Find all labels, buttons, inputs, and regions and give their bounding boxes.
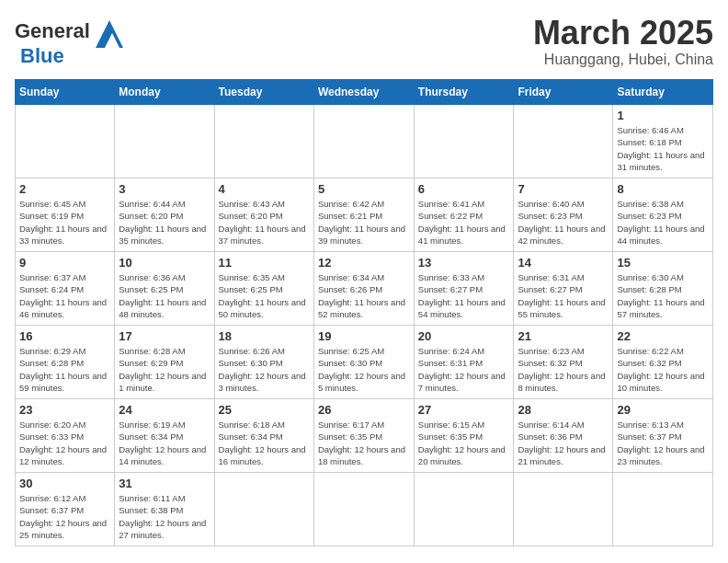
day-of-week-header: Tuesday [214,80,313,105]
calendar-day-cell: 18Sunrise: 6:26 AM Sunset: 6:30 PM Dayli… [214,326,313,399]
calendar-day-cell [115,105,214,178]
day-info: Sunrise: 6:24 AM Sunset: 6:31 PM Dayligh… [418,345,510,394]
day-number: 23 [19,403,110,417]
calendar-day-cell [313,473,414,546]
day-of-week-header: Wednesday [313,80,414,105]
day-number: 7 [518,182,609,196]
calendar-day-cell: 23Sunrise: 6:20 AM Sunset: 6:33 PM Dayli… [16,399,115,473]
day-number: 3 [119,182,210,196]
calendar-week-row: 1Sunrise: 6:46 AM Sunset: 6:18 PM Daylig… [16,105,713,178]
calendar-day-cell: 9Sunrise: 6:37 AM Sunset: 6:24 PM Daylig… [16,252,115,326]
day-number: 22 [617,329,709,343]
calendar-day-cell [16,105,115,178]
calendar-week-row: 30Sunrise: 6:12 AM Sunset: 6:37 PM Dayli… [16,473,713,546]
calendar-day-cell: 16Sunrise: 6:29 AM Sunset: 6:28 PM Dayli… [16,326,115,399]
day-number: 18 [219,329,310,343]
day-number: 30 [19,477,110,490]
day-info: Sunrise: 6:20 AM Sunset: 6:33 PM Dayligh… [19,419,110,467]
calendar-week-row: 9Sunrise: 6:37 AM Sunset: 6:24 PM Daylig… [16,252,713,326]
logo-text-general: General [15,19,90,43]
day-of-week-header: Thursday [414,80,514,105]
calendar-day-cell: 3Sunrise: 6:44 AM Sunset: 6:20 PM Daylig… [115,178,214,252]
calendar-day-cell: 26Sunrise: 6:17 AM Sunset: 6:35 PM Dayli… [313,399,414,473]
calendar-day-cell: 7Sunrise: 6:40 AM Sunset: 6:23 PM Daylig… [514,178,613,252]
day-info: Sunrise: 6:23 AM Sunset: 6:32 PM Dayligh… [518,345,609,394]
day-info: Sunrise: 6:29 AM Sunset: 6:28 PM Dayligh… [19,345,110,394]
day-number: 10 [119,256,210,270]
day-number: 11 [219,256,310,270]
day-info: Sunrise: 6:17 AM Sunset: 6:35 PM Dayligh… [318,419,410,467]
day-info: Sunrise: 6:18 AM Sunset: 6:34 PM Dayligh… [219,419,310,467]
month-title: March 2025 [533,15,713,52]
day-number: 1 [617,109,709,122]
calendar-day-cell: 5Sunrise: 6:42 AM Sunset: 6:21 PM Daylig… [313,178,414,252]
calendar-week-row: 2Sunrise: 6:45 AM Sunset: 6:19 PM Daylig… [16,178,713,252]
day-info: Sunrise: 6:44 AM Sunset: 6:20 PM Dayligh… [119,198,210,247]
day-info: Sunrise: 6:26 AM Sunset: 6:30 PM Dayligh… [219,345,310,394]
logo-icon [92,15,127,48]
day-number: 31 [119,477,210,490]
day-info: Sunrise: 6:13 AM Sunset: 6:37 PM Dayligh… [617,419,709,467]
day-number: 26 [318,403,410,417]
day-info: Sunrise: 6:14 AM Sunset: 6:36 PM Dayligh… [518,419,609,467]
calendar-day-cell: 20Sunrise: 6:24 AM Sunset: 6:31 PM Dayli… [414,326,514,399]
day-number: 20 [418,329,510,343]
calendar-day-cell [214,473,313,546]
day-info: Sunrise: 6:43 AM Sunset: 6:20 PM Dayligh… [219,198,310,247]
day-info: Sunrise: 6:19 AM Sunset: 6:34 PM Dayligh… [119,419,210,467]
day-info: Sunrise: 6:35 AM Sunset: 6:25 PM Dayligh… [219,271,310,320]
calendar-day-cell [313,105,414,178]
calendar-day-cell: 10Sunrise: 6:36 AM Sunset: 6:25 PM Dayli… [115,252,214,326]
calendar-day-cell: 29Sunrise: 6:13 AM Sunset: 6:37 PM Dayli… [613,399,713,473]
day-number: 2 [19,182,110,196]
logo: General Blue [15,15,127,68]
calendar-day-cell: 21Sunrise: 6:23 AM Sunset: 6:32 PM Dayli… [514,326,613,399]
calendar-day-cell: 13Sunrise: 6:33 AM Sunset: 6:27 PM Dayli… [414,252,514,326]
calendar-day-cell [514,105,613,178]
calendar-day-cell: 12Sunrise: 6:34 AM Sunset: 6:26 PM Dayli… [313,252,414,326]
day-number: 24 [119,403,210,417]
day-number: 16 [19,329,110,343]
calendar-day-cell: 31Sunrise: 6:11 AM Sunset: 6:38 PM Dayli… [115,473,214,546]
day-number: 9 [19,256,110,270]
calendar-header-row: SundayMondayTuesdayWednesdayThursdayFrid… [16,80,713,105]
logo-text-blue: Blue [20,44,64,67]
day-of-week-header: Saturday [613,80,713,105]
calendar-day-cell: 11Sunrise: 6:35 AM Sunset: 6:25 PM Dayli… [214,252,313,326]
day-info: Sunrise: 6:34 AM Sunset: 6:26 PM Dayligh… [318,271,410,320]
day-info: Sunrise: 6:41 AM Sunset: 6:22 PM Dayligh… [418,198,510,247]
calendar-day-cell: 4Sunrise: 6:43 AM Sunset: 6:20 PM Daylig… [214,178,313,252]
calendar-day-cell: 19Sunrise: 6:25 AM Sunset: 6:30 PM Dayli… [313,326,414,399]
location-subtitle: Huanggang, Hubei, China [533,52,713,68]
day-info: Sunrise: 6:46 AM Sunset: 6:18 PM Dayligh… [617,124,709,173]
calendar-day-cell [414,473,514,546]
day-number: 25 [219,403,310,417]
header: General Blue March 2025 Huanggang, Hubei… [15,15,713,68]
day-info: Sunrise: 6:12 AM Sunset: 6:37 PM Dayligh… [19,492,110,541]
calendar-day-cell: 8Sunrise: 6:38 AM Sunset: 6:23 PM Daylig… [613,178,713,252]
calendar-day-cell: 2Sunrise: 6:45 AM Sunset: 6:19 PM Daylig… [16,178,115,252]
calendar-day-cell: 28Sunrise: 6:14 AM Sunset: 6:36 PM Dayli… [514,399,613,473]
day-number: 17 [119,329,210,343]
calendar-body: 1Sunrise: 6:46 AM Sunset: 6:18 PM Daylig… [16,105,713,546]
day-of-week-header: Sunday [16,80,115,105]
day-info: Sunrise: 6:31 AM Sunset: 6:27 PM Dayligh… [518,271,609,320]
day-number: 28 [518,403,609,417]
day-info: Sunrise: 6:15 AM Sunset: 6:35 PM Dayligh… [418,419,510,467]
day-number: 27 [418,403,510,417]
day-of-week-header: Friday [514,80,613,105]
day-info: Sunrise: 6:45 AM Sunset: 6:19 PM Dayligh… [19,198,110,247]
calendar-day-cell [514,473,613,546]
day-number: 21 [518,329,609,343]
day-info: Sunrise: 6:30 AM Sunset: 6:28 PM Dayligh… [617,271,709,320]
calendar-day-cell: 17Sunrise: 6:28 AM Sunset: 6:29 PM Dayli… [115,326,214,399]
calendar-day-cell: 6Sunrise: 6:41 AM Sunset: 6:22 PM Daylig… [414,178,514,252]
day-info: Sunrise: 6:38 AM Sunset: 6:23 PM Dayligh… [617,198,709,247]
day-info: Sunrise: 6:36 AM Sunset: 6:25 PM Dayligh… [119,271,210,320]
day-info: Sunrise: 6:37 AM Sunset: 6:24 PM Dayligh… [19,271,110,320]
day-info: Sunrise: 6:22 AM Sunset: 6:32 PM Dayligh… [617,345,709,394]
day-number: 15 [617,256,709,270]
day-number: 5 [318,182,410,196]
calendar-day-cell: 27Sunrise: 6:15 AM Sunset: 6:35 PM Dayli… [414,399,514,473]
calendar-day-cell: 1Sunrise: 6:46 AM Sunset: 6:18 PM Daylig… [613,105,713,178]
